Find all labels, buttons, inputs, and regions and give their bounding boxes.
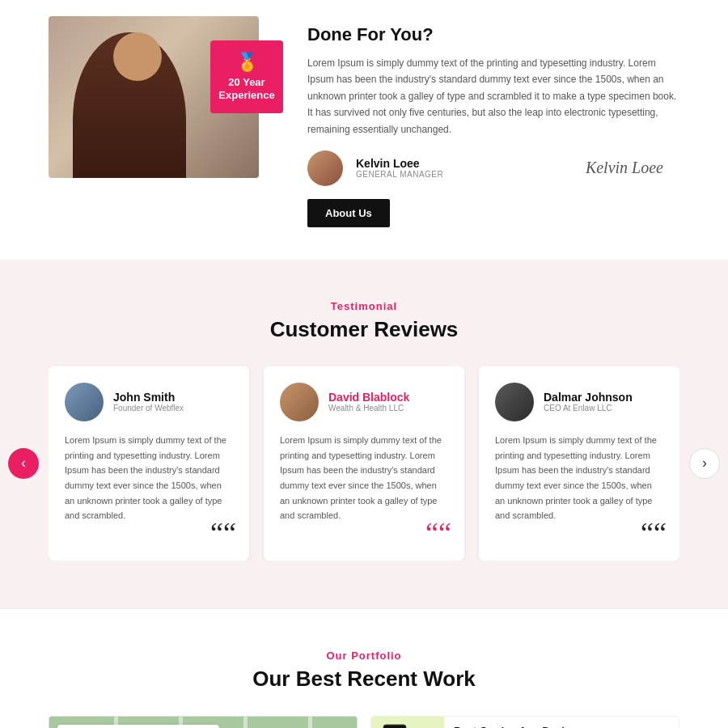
card-role: Wealth & Health LLC	[328, 404, 409, 413]
card-header: John Smith Founder of Webflex	[65, 383, 233, 421]
testimonial-card: David Blablock Wealth & Health LLC Lorem…	[264, 366, 464, 561]
badge-year: 20 Year	[228, 76, 265, 89]
testimonial-cards: John Smith Founder of Webflex Lorem Ipsu…	[49, 366, 679, 561]
svg-rect-6	[243, 717, 248, 728]
quote-icon: ““	[641, 518, 667, 548]
quote-icon: ““	[210, 518, 236, 548]
card-name: David Blablock	[328, 391, 409, 404]
map-overlay: Magneto Chamber Williams Tower, 41st Flo…	[57, 725, 219, 728]
card-text: Lorem Ipsum is simply dummy text of the …	[280, 433, 448, 523]
card-role: CEO At Enlaw LLC	[544, 404, 633, 413]
experience-badge: 🏅 20 Year Experience	[210, 40, 283, 113]
portfolio-title: Our Best Recent Work	[49, 667, 679, 692]
map-placeholder: Magneto Chamber Williams Tower, 41st Flo…	[49, 717, 357, 728]
card-author-info: David Blablock Wealth & Health LLC	[328, 391, 409, 413]
avatar	[280, 383, 319, 421]
badge-experience: Experience	[218, 89, 274, 102]
svg-rect-7	[308, 717, 312, 728]
testimonial-slider: ‹ John Smith Founder of Webflex Lorem Ip…	[0, 366, 728, 561]
top-heading: Done For You?	[307, 24, 679, 45]
author-info: Kelvin Loee GENERAL MANAGER	[356, 157, 443, 179]
next-button[interactable]: ›	[689, 448, 720, 479]
top-content-col: Done For You? Lorem Ipsum is simply dumm…	[307, 16, 679, 227]
testimonial-title: Customer Reviews	[0, 317, 728, 342]
portfolio-section: Our Portfolio Our Best Recent Work	[0, 609, 728, 728]
card-text: Lorem Ipsum is simply dummy text of the …	[495, 433, 663, 523]
prev-button[interactable]: ‹	[8, 448, 39, 479]
testimonial-section: Testimonial Customer Reviews ‹ John Smit…	[0, 260, 728, 609]
testimonial-card: Dalmar Johnson CEO At Enlaw LLC Lorem Ip…	[479, 366, 679, 561]
card-role: Founder of Webflex	[113, 404, 184, 413]
top-body: Lorem Ipsum is simply dummy text of the …	[307, 55, 679, 138]
author-row: Kelvin Loee GENERAL MANAGER Kelvin Loee	[307, 150, 679, 186]
top-section: 🏅 20 Year Experience Done For You? Lorem…	[0, 0, 728, 260]
garden-app-icon	[379, 721, 436, 728]
testimonial-card: John Smith Founder of Webflex Lorem Ipsu…	[49, 366, 249, 561]
portfolio-info: Best Garden App Design Lorem Ipsum is si…	[454, 717, 679, 728]
about-us-button[interactable]: About Us	[307, 199, 390, 227]
top-image-col: 🏅 20 Year Experience	[49, 16, 275, 178]
portfolio-item: Best Garden App Design Lorem Ipsum is si…	[370, 716, 679, 728]
author-name: Kelvin Loee	[356, 157, 443, 170]
svg-rect-11	[383, 725, 406, 728]
avatar	[307, 150, 343, 186]
map-card: Magneto Chamber Williams Tower, 41st Flo…	[49, 716, 358, 728]
author-signature: Kelvin Loee	[586, 159, 679, 177]
card-author-info: John Smith Founder of Webflex	[113, 391, 184, 413]
card-header: Dalmar Johnson CEO At Enlaw LLC	[495, 383, 663, 421]
avatar	[495, 383, 534, 421]
card-text: Lorem Ipsum is simply dummy text of the …	[65, 433, 233, 523]
card-name: John Smith	[113, 391, 184, 404]
card-author-info: Dalmar Johnson CEO At Enlaw LLC	[544, 391, 633, 413]
card-name: Dalmar Johnson	[544, 391, 633, 404]
avatar	[65, 383, 104, 421]
portfolio-thumbnail	[371, 717, 444, 728]
card-header: David Blablock Wealth & Health LLC	[280, 383, 448, 421]
quote-icon: ““	[425, 518, 451, 548]
author-title: GENERAL MANAGER	[356, 170, 443, 179]
badge-icon: 🏅	[236, 52, 258, 73]
testimonial-label: Testimonial	[0, 300, 728, 312]
portfolio-grid: Magneto Chamber Williams Tower, 41st Flo…	[49, 716, 679, 728]
portfolio-title-item: Best Garden App Design	[454, 725, 671, 728]
portfolio-label: Our Portfolio	[49, 650, 679, 662]
